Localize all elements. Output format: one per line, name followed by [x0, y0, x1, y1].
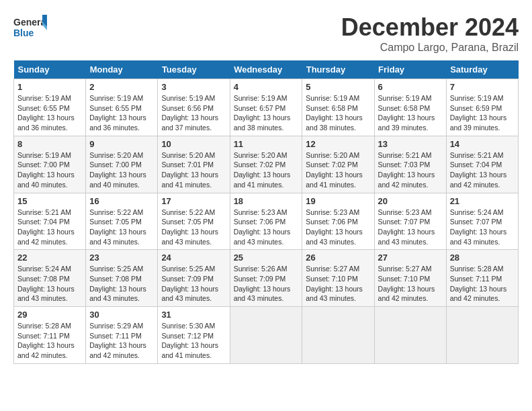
- table-row: 14 Sunrise: 5:21 AMSunset: 7:04 PMDaylig…: [446, 136, 518, 193]
- table-row: 11 Sunrise: 5:20 AMSunset: 7:02 PMDaylig…: [230, 136, 302, 193]
- calendar-week-4: 22 Sunrise: 5:24 AMSunset: 7:08 PMDaylig…: [14, 250, 519, 307]
- svg-text:General: General: [13, 17, 47, 28]
- table-row: 9 Sunrise: 5:20 AMSunset: 7:00 PMDayligh…: [86, 136, 158, 193]
- logo-svg: General Blue: [13, 13, 47, 44]
- table-row: 13 Sunrise: 5:21 AMSunset: 7:03 PMDaylig…: [374, 136, 446, 193]
- table-row: 18 Sunrise: 5:23 AMSunset: 7:06 PMDaylig…: [230, 193, 302, 250]
- col-saturday: Saturday: [446, 60, 518, 79]
- table-row: 28 Sunrise: 5:28 AMSunset: 7:11 PMDaylig…: [446, 250, 518, 307]
- col-sunday: Sunday: [14, 60, 86, 79]
- table-row: 3 Sunrise: 5:19 AMSunset: 6:56 PMDayligh…: [158, 79, 230, 136]
- table-row: 16 Sunrise: 5:22 AMSunset: 7:05 PMDaylig…: [86, 193, 158, 250]
- col-friday: Friday: [374, 60, 446, 79]
- table-row: 12 Sunrise: 5:20 AMSunset: 7:02 PMDaylig…: [302, 136, 374, 193]
- table-row: 31 Sunrise: 5:30 AMSunset: 7:12 PMDaylig…: [158, 307, 230, 364]
- table-row: [302, 307, 374, 364]
- table-row: 5 Sunrise: 5:19 AMSunset: 6:58 PMDayligh…: [302, 79, 374, 136]
- header-row: Sunday Monday Tuesday Wednesday Thursday…: [14, 60, 519, 79]
- table-row: 8 Sunrise: 5:19 AMSunset: 7:00 PMDayligh…: [14, 136, 86, 193]
- table-row: 22 Sunrise: 5:24 AMSunset: 7:08 PMDaylig…: [14, 250, 86, 307]
- table-row: 17 Sunrise: 5:22 AMSunset: 7:05 PMDaylig…: [158, 193, 230, 250]
- month-title: December 2024: [341, 13, 519, 42]
- logo: General Blue: [13, 13, 47, 44]
- table-row: 6 Sunrise: 5:19 AMSunset: 6:58 PMDayligh…: [374, 79, 446, 136]
- table-row: 1 Sunrise: 5:19 AMSunset: 6:55 PMDayligh…: [14, 79, 86, 136]
- calendar-week-3: 15 Sunrise: 5:21 AMSunset: 7:04 PMDaylig…: [14, 193, 519, 250]
- table-row: [230, 307, 302, 364]
- table-row: [374, 307, 446, 364]
- title-area: December 2024 Campo Largo, Parana, Brazi…: [341, 13, 519, 54]
- col-thursday: Thursday: [302, 60, 374, 79]
- table-row: 7 Sunrise: 5:19 AMSunset: 6:59 PMDayligh…: [446, 79, 518, 136]
- col-monday: Monday: [86, 60, 158, 79]
- table-row: 24 Sunrise: 5:25 AMSunset: 7:09 PMDaylig…: [158, 250, 230, 307]
- table-row: 4 Sunrise: 5:19 AMSunset: 6:57 PMDayligh…: [230, 79, 302, 136]
- table-row: 30 Sunrise: 5:29 AMSunset: 7:11 PMDaylig…: [86, 307, 158, 364]
- table-row: 23 Sunrise: 5:25 AMSunset: 7:08 PMDaylig…: [86, 250, 158, 307]
- table-row: 27 Sunrise: 5:27 AMSunset: 7:10 PMDaylig…: [374, 250, 446, 307]
- location: Campo Largo, Parana, Brazil: [341, 42, 519, 54]
- table-row: 25 Sunrise: 5:26 AMSunset: 7:09 PMDaylig…: [230, 250, 302, 307]
- table-row: 20 Sunrise: 5:23 AMSunset: 7:07 PMDaylig…: [374, 193, 446, 250]
- table-row: 29 Sunrise: 5:28 AMSunset: 7:11 PMDaylig…: [14, 307, 86, 364]
- table-row: [446, 307, 518, 364]
- col-tuesday: Tuesday: [158, 60, 230, 79]
- calendar-week-2: 8 Sunrise: 5:19 AMSunset: 7:00 PMDayligh…: [14, 136, 519, 193]
- table-row: 19 Sunrise: 5:23 AMSunset: 7:06 PMDaylig…: [302, 193, 374, 250]
- calendar-table: Sunday Monday Tuesday Wednesday Thursday…: [13, 60, 519, 364]
- table-row: 10 Sunrise: 5:20 AMSunset: 7:01 PMDaylig…: [158, 136, 230, 193]
- table-row: 26 Sunrise: 5:27 AMSunset: 7:10 PMDaylig…: [302, 250, 374, 307]
- col-wednesday: Wednesday: [230, 60, 302, 79]
- svg-text:Blue: Blue: [13, 28, 34, 38]
- table-row: 15 Sunrise: 5:21 AMSunset: 7:04 PMDaylig…: [14, 193, 86, 250]
- table-row: 2 Sunrise: 5:19 AMSunset: 6:55 PMDayligh…: [86, 79, 158, 136]
- table-row: 21 Sunrise: 5:24 AMSunset: 7:07 PMDaylig…: [446, 193, 518, 250]
- header: General Blue December 2024 Campo Largo, …: [13, 13, 519, 54]
- calendar-week-5: 29 Sunrise: 5:28 AMSunset: 7:11 PMDaylig…: [14, 307, 519, 364]
- calendar-week-1: 1 Sunrise: 5:19 AMSunset: 6:55 PMDayligh…: [14, 79, 519, 136]
